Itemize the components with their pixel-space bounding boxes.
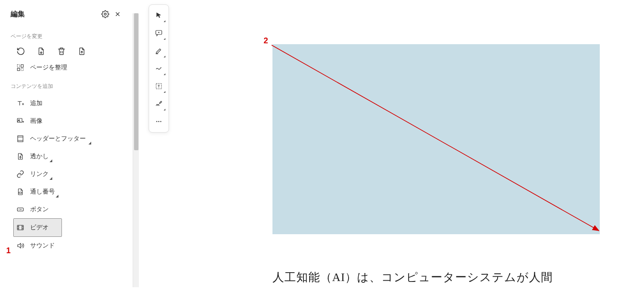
sound-icon [16, 242, 24, 250]
comment-icon [155, 29, 163, 37]
image-icon [16, 117, 24, 125]
comment-tool[interactable] [151, 25, 167, 41]
sidebar-title: 編集 [11, 10, 99, 19]
watermark-item[interactable]: 透かし ◢ [0, 148, 133, 165]
serial-number-label: 通し番号 [30, 188, 55, 196]
button-label: ボタン [30, 205, 49, 213]
rotate-page-button[interactable] [16, 46, 26, 56]
svg-rect-1 [17, 65, 19, 67]
highlighter-icon [155, 47, 163, 55]
chevron-down-icon: ◢ [50, 176, 52, 180]
svg-rect-3 [17, 68, 19, 71]
sound-item[interactable]: サウンド [0, 237, 133, 255]
add-text-item[interactable]: 追加 [0, 95, 133, 112]
chevron-down-icon: ◢ [56, 194, 58, 198]
sidebar-panel: 編集 ページを変更 ページを整理 コンテンツを追加 追加 画像 [0, 0, 133, 289]
chevron-down-icon: ◢ [88, 141, 91, 145]
link-item[interactable]: リンク ◢ [0, 165, 133, 183]
serial-number-icon [16, 188, 24, 196]
text-select-tool[interactable] [151, 78, 167, 94]
rotate-icon [16, 47, 25, 56]
draw-tool[interactable] [151, 61, 167, 76]
video-label: ビデオ [30, 224, 49, 232]
header-footer-icon [16, 135, 24, 143]
document-canvas[interactable]: 人工知能（AI）は、コンピューターシステムが人間 [176, 0, 644, 289]
close-button[interactable] [111, 8, 124, 20]
organize-pages-item[interactable]: ページを整理 [0, 59, 133, 76]
link-label: リンク [30, 170, 49, 178]
watermark-label: 透かし [30, 152, 49, 160]
select-tool[interactable] [151, 8, 167, 23]
video-placeholder-region[interactable] [272, 44, 600, 234]
svg-rect-8 [19, 192, 22, 194]
button-icon: OK [16, 205, 24, 213]
chevron-down-icon: ◢ [50, 159, 52, 163]
video-item[interactable]: ビデオ [13, 218, 62, 237]
page-insert-icon [77, 47, 86, 56]
draw-icon [155, 65, 163, 72]
svg-rect-4 [21, 68, 23, 71]
insert-page-button[interactable] [77, 46, 87, 56]
gear-icon [101, 10, 109, 18]
sound-label: サウンド [30, 242, 55, 250]
watermark-icon [16, 152, 24, 160]
svg-point-15 [158, 121, 159, 122]
cursor-icon [155, 11, 163, 19]
sidebar-scrollbar[interactable] [133, 13, 139, 287]
header-footer-item[interactable]: ヘッダーとフッター ◢ [0, 130, 133, 148]
sidebar-header: 編集 [0, 8, 133, 27]
page-tools-row [0, 45, 133, 59]
section-add-content: コンテンツを追加 [0, 76, 133, 95]
ellipsis-icon [155, 118, 163, 125]
settings-button[interactable] [99, 8, 111, 20]
delete-page-button[interactable] [57, 46, 66, 56]
add-image-item[interactable]: 画像 [0, 112, 133, 130]
scrollbar-thumb[interactable] [134, 13, 138, 150]
svg-rect-2 [21, 65, 23, 67]
svg-rect-11 [17, 225, 23, 230]
button-item[interactable]: OK ボタン [0, 201, 133, 218]
organize-icon [16, 64, 24, 72]
organize-pages-label: ページを整理 [30, 64, 67, 72]
svg-rect-7 [18, 136, 23, 142]
svg-point-14 [156, 121, 157, 122]
more-tools[interactable] [151, 114, 167, 129]
add-image-label: 画像 [30, 117, 42, 125]
header-footer-label: ヘッダーとフッター [30, 135, 86, 143]
page-extract-icon [37, 47, 46, 56]
annotation-marker-2: 2 [264, 36, 268, 46]
document-body-text: 人工知能（AI）は、コンピューターシステムが人間 [272, 270, 553, 285]
sign-tool[interactable] [151, 96, 167, 112]
annotation-marker-1: 1 [6, 246, 11, 255]
link-icon [16, 170, 24, 178]
text-add-icon [16, 99, 24, 107]
video-icon [16, 224, 24, 232]
vertical-tool-strip [149, 4, 169, 133]
section-change-page: ページを変更 [0, 27, 133, 45]
svg-point-16 [160, 121, 161, 122]
text-select-icon [155, 82, 163, 90]
trash-icon [57, 47, 66, 56]
highlight-tool[interactable] [151, 43, 167, 59]
svg-point-0 [104, 13, 107, 15]
add-text-label: 追加 [30, 99, 42, 107]
serial-number-item[interactable]: 通し番号 ◢ [0, 183, 133, 201]
svg-text:OK: OK [19, 208, 22, 211]
signature-icon [155, 100, 163, 108]
close-icon [114, 11, 121, 18]
extract-page-button[interactable] [36, 46, 46, 56]
